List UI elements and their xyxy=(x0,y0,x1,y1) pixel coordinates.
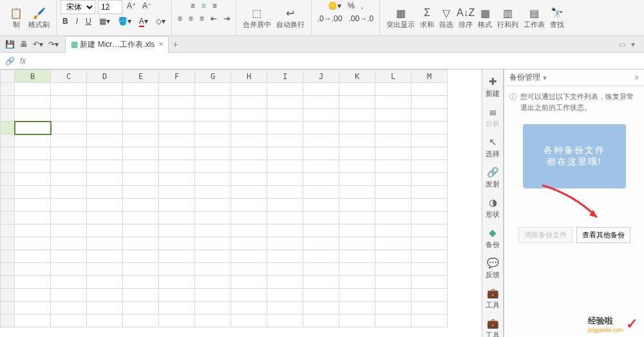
align-middle-icon[interactable]: ≡ xyxy=(200,0,208,12)
print-icon[interactable]: 🖶 xyxy=(17,40,30,49)
clear-format-icon[interactable]: ◇▾ xyxy=(154,15,167,27)
funnel-icon: ▽ xyxy=(439,6,453,20)
rail-select[interactable]: ↖选择 xyxy=(482,132,503,163)
bold-icon[interactable]: B xyxy=(61,15,70,27)
redo-icon[interactable]: ↷▾ xyxy=(46,40,61,49)
rows-cols-button[interactable]: ▥ 行和列 xyxy=(495,5,521,31)
col-header[interactable]: M xyxy=(412,70,448,83)
align-bottom-icon[interactable]: ≡ xyxy=(211,0,219,12)
row-header[interactable] xyxy=(1,237,15,250)
undo-icon[interactable]: ↶▾ xyxy=(30,40,46,49)
fx-label[interactable]: fx xyxy=(20,57,26,66)
row-header[interactable] xyxy=(1,224,15,237)
increase-decimal-icon[interactable]: .0→.00 xyxy=(316,13,345,24)
rail-new[interactable]: ✚新建 xyxy=(482,72,503,102)
excel-icon: ▦ xyxy=(71,40,78,49)
row-header[interactable] xyxy=(1,109,15,122)
align-left-icon[interactable]: ≡ xyxy=(176,13,184,24)
col-header[interactable]: E xyxy=(123,70,159,83)
rail-tools2[interactable]: 💼工具 xyxy=(482,314,503,337)
merge-icon: ⬚ xyxy=(250,6,264,20)
window-icon[interactable]: ▭ xyxy=(616,40,629,49)
align-top-icon[interactable]: ≡ xyxy=(189,0,197,12)
filter-button[interactable]: ▽ 筛选 xyxy=(437,5,456,31)
worksheet-button[interactable]: ▤ 工作表 xyxy=(521,5,547,31)
decrease-font-icon[interactable]: A⁻ xyxy=(140,0,153,14)
row-header[interactable] xyxy=(1,263,15,276)
row-header[interactable] xyxy=(1,96,15,109)
file-tab[interactable]: ▦ 新建 Micr…工作表.xls × xyxy=(65,36,169,53)
col-header[interactable]: G xyxy=(195,70,231,83)
comma-icon[interactable]: , xyxy=(359,0,365,12)
row-header[interactable] xyxy=(1,250,15,263)
align-center-icon[interactable]: ≡ xyxy=(187,13,195,24)
row-header[interactable] xyxy=(1,276,15,289)
font-size-input[interactable] xyxy=(98,0,122,14)
view-backup-button[interactable]: 查看其他备份 xyxy=(576,227,630,243)
italic-icon[interactable]: I xyxy=(74,15,80,27)
row-header[interactable] xyxy=(1,83,15,96)
rail-tools[interactable]: 💼工具 xyxy=(482,284,503,314)
select-all-corner[interactable] xyxy=(1,70,15,83)
percent-icon[interactable]: % xyxy=(346,0,357,12)
sum-button[interactable]: Σ 求和 xyxy=(417,5,437,31)
rail-analyze[interactable]: ≣分析 xyxy=(482,102,503,132)
col-header[interactable]: I xyxy=(267,70,303,83)
panel-dropdown-icon[interactable]: ▾ xyxy=(543,73,547,82)
find-button[interactable]: 🔭 查找 xyxy=(547,5,567,31)
wrap-text-button[interactable]: ↩ 自动换行 xyxy=(274,5,307,31)
spreadsheet[interactable]: B C D E F G H I J K L M xyxy=(0,69,482,337)
col-header[interactable]: K xyxy=(339,70,375,83)
link-icon[interactable]: 🔗 xyxy=(5,57,15,66)
rail-emit[interactable]: 🔗发射 xyxy=(482,163,503,193)
sort-button[interactable]: A↓Z 排序 xyxy=(456,5,475,31)
row-header[interactable] xyxy=(1,134,15,147)
new-tab-icon[interactable]: + xyxy=(173,39,178,50)
col-header[interactable]: D xyxy=(87,70,123,83)
col-header[interactable]: C xyxy=(51,70,87,83)
row-header[interactable] xyxy=(1,173,15,186)
row-header[interactable] xyxy=(1,186,15,199)
menu-icon[interactable]: ▾ xyxy=(629,40,638,49)
decrease-indent-icon[interactable]: ⇤ xyxy=(209,13,219,24)
row-header[interactable] xyxy=(1,199,15,212)
row-header[interactable] xyxy=(1,160,15,173)
font-color-icon[interactable]: A▾ xyxy=(137,15,150,27)
col-header[interactable]: J xyxy=(303,70,339,83)
border-icon[interactable]: ▦▾ xyxy=(97,15,112,27)
close-tab-icon[interactable]: × xyxy=(158,40,163,49)
row-header[interactable] xyxy=(1,314,15,327)
row-header[interactable] xyxy=(1,212,15,224)
row-header[interactable] xyxy=(1,122,15,134)
underline-icon[interactable]: U xyxy=(84,15,93,27)
panel-close-icon[interactable]: × xyxy=(634,73,639,82)
col-header[interactable]: B xyxy=(15,70,51,83)
col-header[interactable]: H xyxy=(231,70,267,83)
highlight-button[interactable]: ▦ 突出显示 xyxy=(384,5,417,31)
new-icon: ✚ xyxy=(489,76,497,87)
sort-icon: A↓Z xyxy=(459,6,473,20)
selected-cell[interactable] xyxy=(15,122,51,134)
row-header[interactable] xyxy=(1,289,15,302)
decrease-decimal-icon[interactable]: .00→.0 xyxy=(346,13,375,24)
paste-button[interactable]: 📋 制 xyxy=(6,5,26,31)
increase-indent-icon[interactable]: ⇥ xyxy=(222,13,232,24)
fill-color-icon[interactable]: 🪣▾ xyxy=(116,15,133,27)
file-tab-label: 新建 Micr…工作表.xls xyxy=(80,39,155,50)
merge-center-button[interactable]: ⬚ 合并居中 xyxy=(240,5,274,31)
currency-icon[interactable]: 🪙▾ xyxy=(326,0,343,12)
rail-feedback[interactable]: 💬反馈 xyxy=(482,253,503,284)
align-right-icon[interactable]: ≡ xyxy=(198,13,206,24)
col-header[interactable]: F xyxy=(159,70,195,83)
increase-font-icon[interactable]: A⁺ xyxy=(125,0,138,14)
formula-input[interactable] xyxy=(28,53,639,69)
save-icon[interactable]: 💾 xyxy=(3,40,17,49)
row-header[interactable] xyxy=(1,302,15,314)
row-header[interactable] xyxy=(1,147,15,160)
format-button[interactable]: ▦ 格式 xyxy=(475,5,495,31)
rail-shape[interactable]: ◑形状 xyxy=(482,193,503,223)
font-name-select[interactable]: 宋体 xyxy=(61,0,95,14)
rail-backup[interactable]: ◆备份 xyxy=(482,223,503,253)
col-header[interactable]: L xyxy=(375,70,412,83)
format-painter-button[interactable]: 🖌️ 格式刷 xyxy=(26,5,52,31)
